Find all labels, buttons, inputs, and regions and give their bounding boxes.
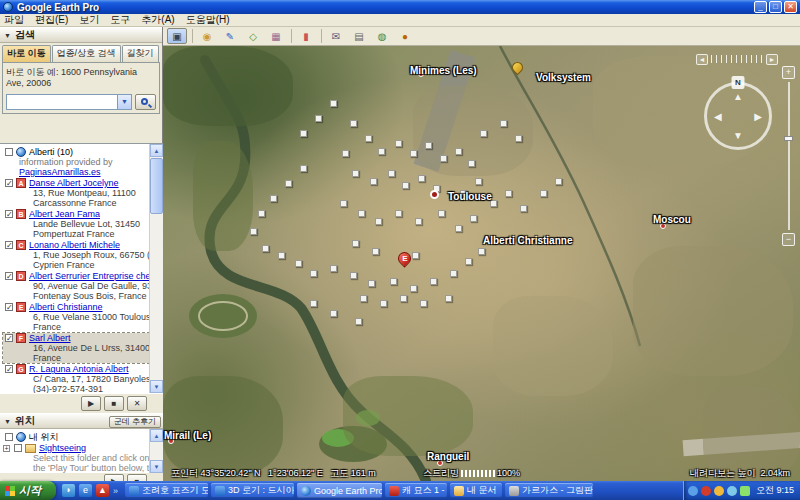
search-result-B[interactable]: BAlbert Jean FamaLande Bellevue Lot, 314… bbox=[3, 209, 149, 239]
add-overlay-button[interactable]: ▦ bbox=[266, 28, 286, 44]
building-3d-icon[interactable] bbox=[475, 178, 482, 185]
taskbar-button[interactable]: 3D 로기 : 드시아... bbox=[211, 483, 294, 498]
building-3d-icon[interactable] bbox=[388, 170, 395, 177]
building-3d-icon[interactable] bbox=[330, 100, 337, 107]
building-3d-icon[interactable] bbox=[430, 278, 437, 285]
building-3d-icon[interactable] bbox=[455, 148, 462, 155]
my-places-item[interactable]: 내 위치 bbox=[3, 432, 163, 442]
building-3d-icon[interactable] bbox=[378, 148, 385, 155]
building-3d-icon[interactable] bbox=[310, 300, 317, 307]
building-3d-icon[interactable] bbox=[300, 130, 307, 137]
building-3d-icon[interactable] bbox=[400, 295, 407, 302]
result-link[interactable]: Lonano Alberti Michele bbox=[29, 240, 120, 250]
building-3d-icon[interactable] bbox=[375, 218, 382, 225]
msn-icon[interactable]: ◗ bbox=[62, 484, 75, 497]
expander-icon[interactable]: + bbox=[3, 445, 10, 452]
building-3d-icon[interactable] bbox=[390, 278, 397, 285]
draw-path-button[interactable]: ✎ bbox=[220, 28, 240, 44]
building-3d-icon[interactable] bbox=[402, 182, 409, 189]
sightseeing-link[interactable]: Sightseeing bbox=[39, 443, 86, 453]
building-3d-icon[interactable] bbox=[468, 160, 475, 167]
building-3d-icon[interactable] bbox=[395, 210, 402, 217]
search-result-row[interactable]: GR. Laguna Antonia Albert bbox=[3, 364, 149, 374]
clear-results-button[interactable]: ✕ bbox=[127, 396, 147, 411]
chevron-down-icon[interactable]: ▼ bbox=[117, 95, 131, 109]
building-3d-icon[interactable] bbox=[350, 120, 357, 127]
search-result-row[interactable]: CLonano Alberti Michele bbox=[3, 240, 149, 250]
checkbox[interactable] bbox=[5, 148, 13, 156]
building-3d-icon[interactable] bbox=[285, 180, 292, 187]
building-3d-icon[interactable] bbox=[438, 210, 445, 217]
search-button[interactable] bbox=[135, 94, 156, 110]
building-3d-icon[interactable] bbox=[342, 150, 349, 157]
building-3d-icon[interactable] bbox=[445, 295, 452, 302]
add-placemark-button[interactable]: ◉ bbox=[197, 28, 217, 44]
building-3d-icon[interactable] bbox=[555, 178, 562, 185]
scrollbar-thumb[interactable] bbox=[150, 158, 163, 214]
search-result-row[interactable]: BAlbert Jean Fama bbox=[3, 209, 149, 219]
stop-tour-button[interactable]: ■ bbox=[104, 396, 124, 411]
security-alert-tray-icon[interactable] bbox=[701, 486, 711, 496]
result-link[interactable]: Albert Serrurier Entreprise cher... bbox=[29, 271, 149, 281]
checkbox[interactable] bbox=[5, 272, 13, 280]
zoom-in-button[interactable]: + bbox=[782, 66, 795, 79]
clock[interactable]: 오전 9:15 bbox=[756, 484, 794, 497]
checkbox[interactable] bbox=[5, 365, 13, 373]
search-result-F[interactable]: FSarl Albert16, Avenue De L Urss, 31400 … bbox=[3, 333, 149, 363]
search-result-C[interactable]: CLonano Alberti Michele1, Rue Joseph Rou… bbox=[3, 240, 149, 270]
close-button[interactable]: ✕ bbox=[784, 1, 797, 13]
building-3d-icon[interactable] bbox=[352, 240, 359, 247]
scroll-down-icon[interactable]: ▼ bbox=[150, 380, 163, 393]
checkbox[interactable] bbox=[5, 303, 13, 311]
tab-업종/상호 검색[interactable]: 업종/상호 검색 bbox=[52, 45, 121, 62]
menu-item[interactable]: 편집(E) bbox=[35, 13, 68, 27]
building-3d-icon[interactable] bbox=[410, 285, 417, 292]
email-button[interactable]: ✉ bbox=[326, 28, 346, 44]
taskbar-button[interactable]: 캐 묘스 1 - 추크가... bbox=[385, 483, 447, 498]
result-link[interactable]: Albert Jean Fama bbox=[29, 209, 100, 219]
checkbox[interactable] bbox=[5, 241, 13, 249]
taskbar-button[interactable]: 가르가스 - 그림판 bbox=[505, 483, 593, 498]
search-result-D[interactable]: DAlbert Serrurier Entreprise cher...90, … bbox=[3, 271, 149, 301]
building-3d-icon[interactable] bbox=[330, 310, 337, 317]
building-3d-icon[interactable] bbox=[520, 205, 527, 212]
play-tour-button[interactable]: ▶ bbox=[81, 396, 101, 411]
building-3d-icon[interactable] bbox=[515, 135, 522, 142]
minimize-button[interactable]: _ bbox=[754, 1, 767, 13]
search-result-G[interactable]: GR. Laguna Antonia AlbertC/ Cana, 17, 17… bbox=[3, 364, 149, 393]
building-3d-icon[interactable] bbox=[420, 300, 427, 307]
look-joystick[interactable]: ◄ ► bbox=[696, 53, 778, 65]
building-3d-icon[interactable] bbox=[380, 300, 387, 307]
zoom-thumb[interactable] bbox=[784, 136, 793, 141]
results-scrollbar[interactable]: ▲ ▼ bbox=[149, 144, 163, 393]
search-result-row[interactable]: EAlberti Christianne bbox=[3, 302, 149, 312]
building-3d-icon[interactable] bbox=[410, 150, 417, 157]
ruler-button[interactable]: ▮ bbox=[296, 28, 316, 44]
checkbox[interactable] bbox=[5, 210, 13, 218]
tab-길찾기[interactable]: 길찾기 bbox=[122, 45, 159, 62]
building-3d-icon[interactable] bbox=[295, 260, 302, 267]
print-button[interactable]: ▤ bbox=[349, 28, 369, 44]
zoom-out-button[interactable]: − bbox=[782, 233, 795, 246]
network-tray-icon[interactable] bbox=[727, 486, 737, 496]
sightseeing-folder[interactable]: + Sightseeing bbox=[3, 443, 163, 453]
checkbox[interactable] bbox=[5, 334, 13, 342]
menu-item[interactable]: 보기 bbox=[79, 13, 99, 27]
search-result-row[interactable]: ADanse Albert Jocelyne bbox=[3, 178, 149, 188]
building-3d-icon[interactable] bbox=[455, 225, 462, 232]
result-link[interactable]: Sarl Albert bbox=[29, 333, 71, 343]
menu-item[interactable]: 파일 bbox=[4, 13, 24, 27]
building-3d-icon[interactable] bbox=[258, 210, 265, 217]
building-3d-icon[interactable] bbox=[358, 210, 365, 217]
rotate-right-icon[interactable]: ► bbox=[766, 54, 778, 65]
scroll-up-icon[interactable]: ▲ bbox=[150, 144, 163, 157]
building-3d-icon[interactable] bbox=[540, 190, 547, 197]
building-3d-icon[interactable] bbox=[505, 190, 512, 197]
building-3d-icon[interactable] bbox=[465, 258, 472, 265]
result-link[interactable]: R. Laguna Antonia Albert bbox=[29, 364, 129, 374]
building-3d-icon[interactable] bbox=[355, 318, 362, 325]
zoom-slider[interactable]: + − bbox=[782, 66, 796, 246]
building-3d-icon[interactable] bbox=[360, 295, 367, 302]
scroll-down-icon[interactable]: ▼ bbox=[150, 460, 163, 473]
building-3d-icon[interactable] bbox=[478, 248, 485, 255]
